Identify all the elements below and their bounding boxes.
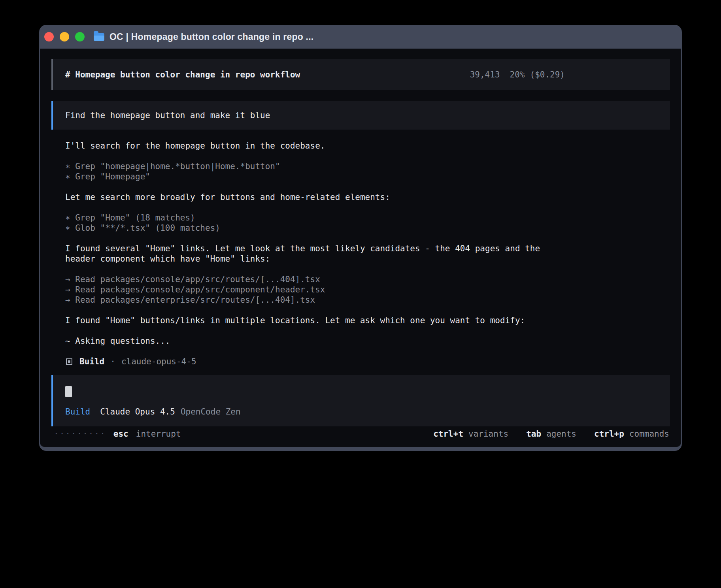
agent-icon <box>66 358 72 365</box>
provider-label: OpenCode Zen <box>181 407 241 417</box>
user-message: Find the homepage button and make it blu… <box>51 101 670 130</box>
shortcut-commands: ctrl+p commands <box>594 429 669 439</box>
assistant-message: I found several "Home" links. Let me loo… <box>65 243 567 264</box>
mode-label[interactable]: Build <box>65 407 90 417</box>
esc-label: interrupt <box>136 429 181 439</box>
assistant-message: I'll search for the homepage button in t… <box>65 141 670 151</box>
agent-badge: Build · claude-opus-4-5 <box>65 356 670 367</box>
shortcut-key: ctrl+t <box>433 429 463 439</box>
tool-call-read: → Read packages/console/app/src/routes/[… <box>65 274 670 285</box>
context-percent: 20% <box>510 70 525 80</box>
esc-key-hint: esc <box>113 429 128 439</box>
session-cost: ($0.29) <box>530 70 565 80</box>
shortcut-label: agents <box>546 429 576 439</box>
activity-dots: ········· <box>54 429 106 439</box>
window-titlebar[interactable]: OC | Homepage button color change in rep… <box>39 25 682 49</box>
tool-call-grep: ∗ Grep "Home" (18 matches) <box>65 213 670 223</box>
shortcut-key: tab <box>526 429 541 439</box>
window-title: OC | Homepage button color change in rep… <box>109 32 313 42</box>
token-count: 39,413 <box>470 70 500 80</box>
assistant-message: Let me search more broadly for buttons a… <box>65 192 670 202</box>
shortcut-key: ctrl+p <box>594 429 624 439</box>
model-label[interactable]: Claude Opus 4.5 <box>100 407 175 417</box>
agent-separator: · <box>110 357 115 366</box>
working-status: ~ Asking questions... <box>65 336 670 346</box>
shortcut-agents: tab agents <box>526 429 576 439</box>
terminal-window: OC | Homepage button color change in rep… <box>39 25 682 451</box>
session-header: # Homepage button color change in repo w… <box>51 59 670 90</box>
zoom-button[interactable] <box>75 32 85 41</box>
close-button[interactable] <box>44 32 54 41</box>
session-stats: 39,413 20% ($0.29) <box>470 70 565 80</box>
tool-call-grep: ∗ Grep "Homepage" <box>65 172 670 182</box>
session-title: # Homepage button color change in repo w… <box>65 70 300 80</box>
assistant-message: I found "Home" buttons/links in multiple… <box>65 315 670 326</box>
tool-call-read: → Read packages/console/app/src/componen… <box>65 285 670 295</box>
agent-name: Build <box>79 357 104 366</box>
tool-call-glob: ∗ Glob "**/*.tsx" (100 matches) <box>65 223 670 233</box>
terminal-content: # Homepage button color change in repo w… <box>40 49 681 447</box>
shortcut-label: commands <box>629 429 669 439</box>
text-cursor <box>65 386 72 397</box>
shortcut-variants: ctrl+t variants <box>433 429 508 439</box>
transcript: I'll search for the homepage button in t… <box>51 141 670 367</box>
prompt-input[interactable]: Build Claude Opus 4.5 OpenCode Zen <box>51 375 670 426</box>
tool-call-grep: ∗ Grep "homepage|home.*button|Home.*butt… <box>65 161 670 172</box>
input-status-row: Build Claude Opus 4.5 OpenCode Zen <box>65 407 658 417</box>
user-message-text: Find the homepage button and make it blu… <box>65 111 270 120</box>
minimize-button[interactable] <box>60 32 69 41</box>
folder-icon <box>94 33 104 41</box>
agent-model: claude-opus-4-5 <box>121 357 196 366</box>
status-bar: ········· esc interrupt ctrl+t variants … <box>51 429 670 439</box>
shortcut-label: variants <box>468 429 508 439</box>
tool-call-read: → Read packages/enterprise/src/routes/[.… <box>65 295 670 305</box>
